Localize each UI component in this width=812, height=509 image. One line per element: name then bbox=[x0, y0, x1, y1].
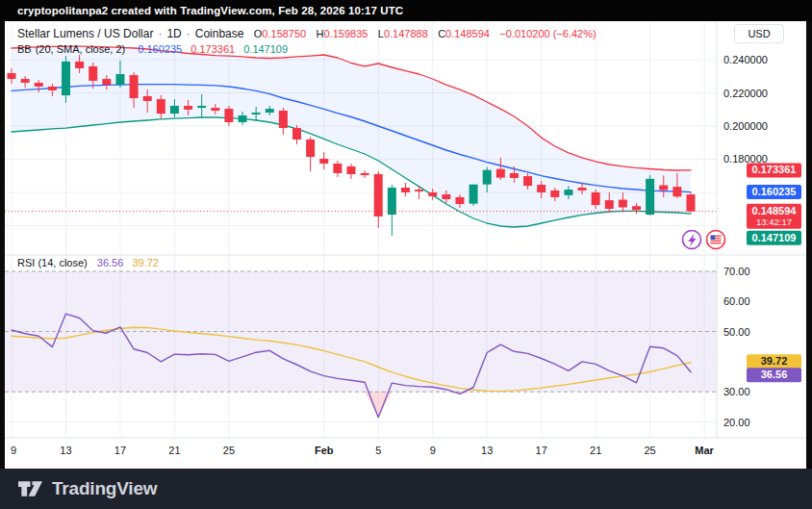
svg-text:17: 17 bbox=[536, 445, 547, 456]
svg-text:36.56: 36.56 bbox=[761, 369, 788, 380]
tradingview-footer: TradingView bbox=[0, 469, 812, 509]
rsi-band-layer bbox=[5, 271, 717, 422]
svg-text:50.00: 50.00 bbox=[723, 326, 750, 338]
svg-text:70.00: 70.00 bbox=[723, 266, 750, 277]
svg-text:21: 21 bbox=[590, 445, 601, 456]
currency-unit-button[interactable]: USD bbox=[734, 24, 784, 43]
tradingview-logo-icon bbox=[17, 477, 43, 500]
tradingview-brand-text: TradingView bbox=[52, 478, 157, 499]
svg-text:21: 21 bbox=[168, 445, 180, 456]
svg-text:0.160235: 0.160235 bbox=[752, 186, 797, 197]
svg-text:Feb: Feb bbox=[315, 445, 334, 456]
watermark-text: cryptopolitanpa2 created with TradingVie… bbox=[17, 5, 403, 16]
chart-canvas[interactable]: 0.2400000.2200000.2000000.18000070.0060.… bbox=[5, 21, 806, 469]
svg-text:17: 17 bbox=[114, 445, 126, 456]
svg-text:39.72: 39.72 bbox=[761, 355, 788, 367]
svg-text:0.148594: 0.148594 bbox=[752, 205, 798, 216]
svg-text:20.00: 20.00 bbox=[723, 417, 750, 428]
instrument-logos bbox=[683, 231, 725, 249]
svg-text:0.200000: 0.200000 bbox=[723, 120, 768, 132]
svg-text:13:42:17: 13:42:17 bbox=[756, 216, 792, 227]
svg-text:0.173361: 0.173361 bbox=[752, 164, 797, 175]
time-axis[interactable]: 913172125Feb5913172125Mar bbox=[11, 445, 715, 456]
watermark-topbar: cryptopolitanpa2 created with TradingVie… bbox=[0, 0, 812, 21]
svg-text:25: 25 bbox=[645, 445, 656, 456]
axis-badges: 0.1733610.1602350.14859413:42:170.147109… bbox=[747, 163, 801, 382]
svg-text:5: 5 bbox=[375, 445, 381, 456]
xlm-lightning-icon bbox=[683, 231, 701, 249]
svg-text:13: 13 bbox=[481, 445, 493, 456]
svg-text:0.147109: 0.147109 bbox=[752, 232, 797, 243]
svg-text:9: 9 bbox=[11, 445, 16, 456]
svg-text:13: 13 bbox=[60, 445, 71, 456]
svg-text:60.00: 60.00 bbox=[723, 295, 750, 307]
svg-text:30.00: 30.00 bbox=[723, 386, 750, 397]
svg-text:Mar: Mar bbox=[695, 445, 714, 456]
svg-text:25: 25 bbox=[223, 445, 235, 456]
svg-text:0.220000: 0.220000 bbox=[723, 88, 768, 99]
chart-panel: 0.2400000.2200000.2000000.18000070.0060.… bbox=[5, 21, 806, 469]
bollinger-bands-layer bbox=[12, 46, 691, 227]
svg-text:9: 9 bbox=[430, 445, 436, 456]
usd-flag-icon bbox=[707, 231, 725, 249]
svg-text:0.240000: 0.240000 bbox=[723, 54, 768, 65]
